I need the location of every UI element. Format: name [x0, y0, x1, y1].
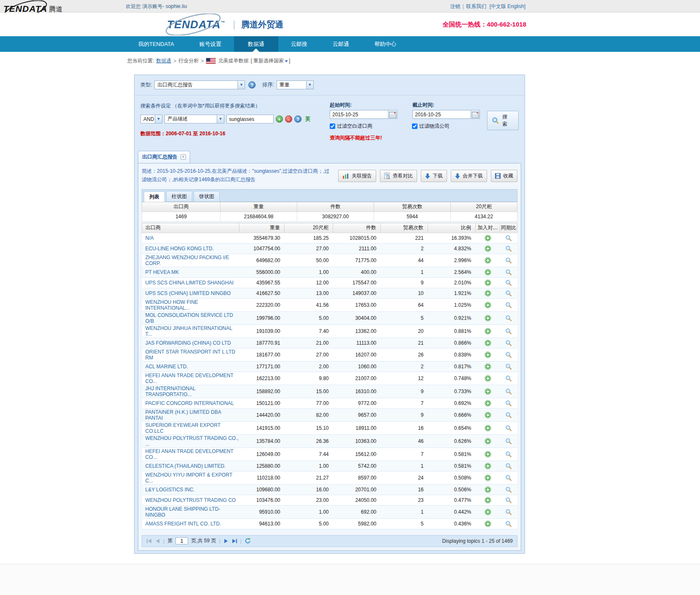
period-compare-button[interactable] [500, 324, 517, 338]
add-to-compare-button[interactable] [476, 372, 500, 385]
exporter-name-link[interactable]: ACL MARINE LTD. [142, 361, 240, 372]
period-compare-button[interactable] [500, 385, 517, 398]
add-to-compare-button[interactable] [476, 254, 500, 267]
add-condition-icon[interactable]: + [276, 115, 283, 123]
tab-pie-chart-view[interactable]: 饼状图 [194, 191, 220, 201]
exporter-name-link[interactable]: WENZHOU HOW FINE INTERNATIONAL... [142, 298, 240, 311]
search-button[interactable]: 搜索 [487, 111, 519, 130]
boolean-operator-select[interactable]: AND ▼ [140, 115, 162, 123]
col-header-trades[interactable]: 贸易次数 [381, 223, 428, 233]
help-icon[interactable]: ? [248, 81, 256, 88]
col-header-ratio[interactable]: 比例 [428, 223, 476, 233]
contact-link[interactable]: 联系我们 [466, 3, 486, 9]
period-compare-button[interactable] [500, 471, 517, 484]
report-type-select[interactable]: 出口商汇总报告 ▼ [154, 80, 245, 89]
add-to-compare-button[interactable] [476, 421, 500, 434]
next-page-button[interactable] [223, 539, 229, 544]
exporter-name-link[interactable]: JAS FORWARDING (CHINA) CO LTD [142, 338, 240, 348]
period-compare-button[interactable] [500, 434, 517, 448]
remove-condition-icon[interactable]: - [285, 115, 292, 123]
exporter-name-link[interactable]: PANTAINER (H.K.) LIMITED DBA PANTAI [142, 408, 240, 421]
add-to-compare-button[interactable] [476, 267, 500, 277]
period-compare-button[interactable] [500, 398, 517, 408]
period-compare-button[interactable] [500, 518, 517, 529]
filter-logistics-checkbox[interactable]: 过滤物流公司 [412, 123, 450, 130]
help-icon[interactable]: ? [294, 115, 302, 123]
nav-item-help-center[interactable]: 帮助中心 [362, 36, 409, 52]
tab-bar-chart-view[interactable]: 柱状图 [166, 191, 192, 201]
col-header-quantity[interactable]: 件数 [333, 223, 381, 233]
add-to-compare-button[interactable] [476, 385, 500, 398]
tab-exporter-summary-report[interactable]: 出口商汇总报告 × [138, 151, 190, 163]
language-switch-link[interactable]: [中文版 English] [490, 3, 525, 9]
add-to-compare-button[interactable] [476, 495, 500, 505]
exporter-name-link[interactable]: ORIENT STAR TRANSPORT INT L LTD RM [142, 348, 240, 361]
previous-page-button[interactable] [155, 539, 160, 544]
exporter-name-link[interactable]: PACIFIC CONCORD INTERNATIONAL [142, 398, 240, 408]
add-to-compare-button[interactable] [476, 288, 500, 298]
exporter-name-link[interactable]: WENZHOU JINHUA INTERNATIONAL T... [142, 324, 240, 338]
exporter-name-link[interactable]: ZHEJIANG WENZHOU PACKING I/E CORP. [142, 254, 240, 267]
period-compare-button[interactable] [500, 448, 517, 461]
english-toggle-button[interactable]: 英 [304, 115, 312, 123]
view-compare-button[interactable]: 查看对比 [380, 170, 417, 182]
add-to-compare-button[interactable] [476, 408, 500, 421]
col-header-weight[interactable]: 重量 [240, 223, 285, 233]
exporter-name-link[interactable]: HONOUR LANE SHIPPING LTD-NINGBO [142, 505, 240, 518]
close-icon[interactable]: × [180, 154, 186, 160]
favorite-button[interactable]: 收藏 [491, 170, 517, 182]
period-compare-button[interactable] [500, 408, 517, 421]
exporter-name-link[interactable]: CELESTICA (THAILAND) LIMITED. [142, 461, 240, 471]
exporter-name-link[interactable]: SUPERIOR EYEWEAR EXPORT CO.LLC [142, 421, 240, 434]
period-compare-button[interactable] [500, 484, 517, 495]
exporter-name-link[interactable]: AMASS FREIGHT INTL CO. LTD. [142, 518, 240, 529]
add-to-compare-button[interactable] [476, 233, 500, 243]
add-to-compare-button[interactable] [476, 434, 500, 448]
first-page-button[interactable] [146, 539, 152, 544]
exporter-name-link[interactable]: ECU-LINE HONG KONG LTD. [142, 243, 240, 254]
add-to-compare-button[interactable] [476, 311, 500, 324]
period-compare-button[interactable] [500, 338, 517, 348]
add-to-compare-button[interactable] [476, 324, 500, 338]
add-to-compare-button[interactable] [476, 461, 500, 471]
add-to-compare-button[interactable] [476, 243, 500, 254]
exporter-name-link[interactable]: UPS SCS (CHINA) LIMITED NINGBO [142, 288, 240, 298]
period-compare-button[interactable] [500, 495, 517, 505]
merge-download-button[interactable]: 合并下载 [451, 170, 487, 182]
tab-list-view[interactable]: 列表 [144, 191, 165, 202]
add-to-compare-button[interactable] [476, 505, 500, 518]
start-date-input[interactable] [330, 110, 388, 119]
checkbox[interactable] [412, 123, 417, 129]
exporter-name-link[interactable]: HEFEI ANAN TRADE DEVELOPMENT CO... [142, 448, 240, 461]
exporter-name-link[interactable]: HEFEI ANAN TRADE DEVELOPMENT CO... [142, 372, 240, 385]
add-to-compare-button[interactable] [476, 471, 500, 484]
breadcrumb-link-data-hub[interactable]: 数据通 [156, 57, 171, 64]
add-to-compare-button[interactable] [476, 277, 500, 288]
last-page-button[interactable] [232, 539, 237, 544]
col-header-exporter[interactable]: 出口商 [142, 223, 240, 233]
exporter-name-link[interactable]: L&Y LOGISTICS INC. [142, 484, 240, 495]
add-to-compare-button[interactable] [476, 298, 500, 311]
download-button[interactable]: 下载 [421, 170, 447, 182]
nav-item-cloud-mail-search[interactable]: 云邮搜 [278, 36, 320, 52]
nav-item-cloud-mail[interactable]: 云邮通 [320, 36, 362, 52]
reselect-country-button[interactable]: [ 重新选择国家] [250, 57, 290, 64]
period-compare-button[interactable] [500, 311, 517, 324]
calendar-icon[interactable] [471, 110, 480, 119]
calendar-icon[interactable] [388, 110, 397, 119]
period-compare-button[interactable] [500, 233, 517, 243]
add-to-compare-button[interactable] [476, 484, 500, 495]
search-field-select[interactable]: 产品描述 ▼ [164, 115, 224, 123]
refresh-icon[interactable] [245, 538, 251, 544]
period-compare-button[interactable] [500, 277, 517, 288]
add-to-compare-button[interactable] [476, 338, 500, 348]
col-header-teu[interactable]: 20尺柜 [285, 223, 333, 233]
period-compare-button[interactable] [500, 361, 517, 372]
period-compare-button[interactable] [500, 372, 517, 385]
nav-item-data-hub[interactable]: 数据通 [234, 36, 278, 52]
period-compare-button[interactable] [500, 461, 517, 471]
exporter-name-link[interactable]: JHJ INTERNATIONAL TRANSPORTATIO... [142, 385, 240, 398]
nav-item-my-tendata[interactable]: 我的TENDATA [126, 36, 187, 52]
period-compare-button[interactable] [500, 243, 517, 254]
filter-blank-importer-checkbox[interactable]: 过滤空白进口商 [330, 123, 372, 130]
